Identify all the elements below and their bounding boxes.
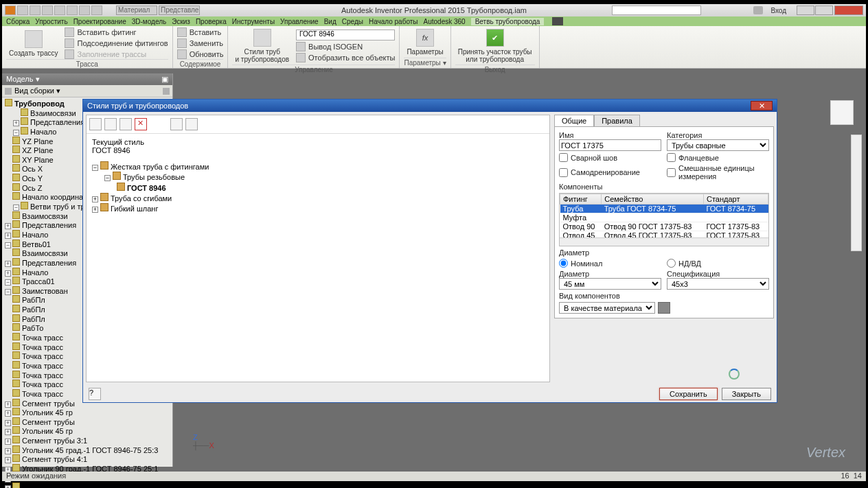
table-row[interactable]: Отвод 90Отвод 90 ГОСТ 17375-83ГОСТ 17375… bbox=[560, 222, 768, 231]
table-header[interactable]: Фитинг bbox=[560, 194, 602, 205]
tb-extra2-icon[interactable] bbox=[185, 118, 198, 130]
tab-environments[interactable]: Среды bbox=[342, 18, 363, 25]
style-tree-item[interactable]: −Трубы резьбовые bbox=[92, 172, 544, 182]
qat-save-icon[interactable] bbox=[42, 5, 53, 15]
diameter-select[interactable]: 45 мм bbox=[559, 278, 661, 290]
insert-fitting-button[interactable]: Вставить фитинг bbox=[65, 27, 168, 37]
filter-icon[interactable] bbox=[5, 88, 12, 95]
table-header[interactable]: Семейство bbox=[602, 194, 704, 205]
tab-rules[interactable]: Правила bbox=[594, 115, 640, 126]
status-bar: Режим ожидания 16 14 bbox=[2, 472, 866, 481]
replace-button[interactable]: Заменить bbox=[177, 38, 224, 48]
odid-radio[interactable] bbox=[667, 259, 676, 268]
window-close-button[interactable] bbox=[834, 5, 863, 15]
finish-button[interactable]: ✔ Принять участок трубы или трубопровода bbox=[455, 27, 535, 65]
view-cube[interactable] bbox=[830, 100, 854, 125]
panel-exit-title: Выход bbox=[455, 65, 535, 73]
table-scrollbar[interactable] bbox=[560, 237, 768, 246]
connect-fittings-button[interactable]: Подсоединение фитингов bbox=[65, 38, 168, 48]
style-tree-item[interactable]: −Жесткая труба с фитингами bbox=[92, 161, 544, 172]
tab-view[interactable]: Вид bbox=[324, 18, 336, 25]
qat-home-icon[interactable] bbox=[79, 5, 90, 15]
tab-3dmodel[interactable]: 3D-модель bbox=[132, 18, 166, 25]
copy-style-icon[interactable] bbox=[119, 118, 132, 130]
category-select[interactable]: Трубы сварные bbox=[667, 139, 769, 151]
tab-tools[interactable]: Инструменты bbox=[232, 18, 275, 25]
axis-triad: Z ┼──X bbox=[193, 433, 214, 450]
window-maximize-button[interactable] bbox=[815, 5, 833, 15]
show-all-button[interactable]: Отобразить все объекты bbox=[296, 53, 395, 62]
style-tree[interactable]: −Жесткая труба с фитингами−Трубы резьбов… bbox=[87, 159, 549, 382]
tree-item[interactable]: +Угольник 45 гр bbox=[2, 426, 172, 436]
dialog-titlebar[interactable]: Стили труб и трубопроводов ✕ bbox=[83, 100, 777, 112]
tb-extra1-icon[interactable] bbox=[170, 118, 183, 130]
find-icon[interactable] bbox=[163, 88, 170, 95]
tab-extra-icon[interactable] bbox=[552, 17, 563, 25]
table-row[interactable]: ТрубаТруба ГОСТ 8734-75ГОСТ 8734-75 bbox=[560, 205, 768, 213]
parameters-button[interactable]: fx Параметры bbox=[404, 27, 446, 57]
material-combo[interactable]: Материал bbox=[116, 5, 157, 15]
tree-item[interactable]: +Сегмент трубы 3:1 bbox=[2, 436, 172, 445]
window-minimize-button[interactable] bbox=[797, 5, 814, 15]
tree-item[interactable]: +Угольник 45 град.-1 ГОСТ 8946-75 25:3 bbox=[2, 445, 172, 455]
tab-manage[interactable]: Управление bbox=[280, 18, 319, 25]
save-button[interactable]: Сохранить bbox=[659, 388, 718, 400]
style-tree-item[interactable]: +Труба со сгибами bbox=[92, 193, 544, 203]
dialog-help-button[interactable]: ? bbox=[89, 388, 101, 400]
new-style-icon[interactable] bbox=[89, 118, 102, 130]
navigation-bar[interactable] bbox=[851, 135, 862, 251]
name-input[interactable] bbox=[559, 139, 661, 151]
close-button[interactable]: Закрыть bbox=[722, 388, 771, 400]
appearance-combo[interactable]: Представлен bbox=[159, 5, 200, 15]
tab-design[interactable]: Проектирование bbox=[73, 18, 126, 25]
pipe-styles-button[interactable]: Стили труб и трубопроводов bbox=[232, 27, 292, 65]
qat-select-icon[interactable] bbox=[91, 5, 102, 15]
components-table[interactable]: ФитингСемействоСтандартТрубаТруба ГОСТ 8… bbox=[559, 193, 769, 246]
table-header[interactable]: Стандарт bbox=[703, 194, 768, 205]
flange-checkbox[interactable] bbox=[667, 153, 676, 162]
tab-sketch[interactable]: Эскиз bbox=[172, 18, 190, 25]
browser-header[interactable]: Модель ▾▣ bbox=[2, 73, 172, 85]
style-tree-item[interactable]: ГОСТ 8946 bbox=[92, 183, 544, 193]
color-swatch[interactable] bbox=[658, 302, 670, 314]
tree-item[interactable]: +Сегмент трубы 4:1 bbox=[2, 454, 172, 464]
table-row[interactable]: Муфта bbox=[560, 213, 768, 222]
insert-button[interactable]: Вставить bbox=[177, 27, 224, 37]
create-route-button[interactable]: Создать трассу bbox=[6, 29, 60, 58]
tab-simplify[interactable]: Упростить bbox=[35, 18, 67, 25]
isogen-button[interactable]: Вывод ISOGEN bbox=[296, 42, 395, 51]
nominal-radio[interactable] bbox=[559, 259, 568, 268]
tree-item[interactable]: +Угольник 45 гр bbox=[2, 408, 172, 417]
qat-redo-icon[interactable] bbox=[67, 5, 78, 15]
weld-checkbox[interactable] bbox=[559, 153, 568, 162]
tree-item[interactable]: +Сегмент трубы bbox=[2, 417, 172, 427]
user-label[interactable]: Вход bbox=[770, 7, 786, 14]
compview-select[interactable]: В качестве материала bbox=[559, 302, 655, 314]
qat-undo-icon[interactable] bbox=[54, 5, 65, 15]
panel-parameters-title[interactable]: Параметры ▾ bbox=[404, 58, 446, 67]
edit-style-icon[interactable] bbox=[104, 118, 117, 130]
app-logo-icon[interactable] bbox=[5, 5, 16, 15]
mixedunits-checkbox[interactable] bbox=[667, 168, 676, 177]
tab-a360[interactable]: Autodesk 360 bbox=[424, 18, 466, 25]
tab-pipe-branch[interactable]: Ветвь трубопровода bbox=[471, 18, 545, 25]
qat-open-icon[interactable] bbox=[30, 5, 41, 15]
search-input[interactable] bbox=[612, 5, 701, 15]
tab-getstarted[interactable]: Начало работы bbox=[369, 18, 418, 25]
user-icon[interactable] bbox=[753, 6, 763, 14]
style-tree-item[interactable]: +Гибкий шланг bbox=[92, 203, 544, 213]
qat-new-icon[interactable] bbox=[17, 5, 28, 15]
tab-assembly[interactable]: Сборка bbox=[6, 18, 30, 25]
tree-item[interactable]: +Угольник 45 град.-1 ГОСТ 8946-75 25:2 bbox=[2, 483, 172, 488]
view-filter-combo[interactable]: Вид сборки ▾ bbox=[14, 86, 60, 95]
tab-inspect[interactable]: Проверка bbox=[196, 18, 227, 25]
style-combo[interactable]: ГОСТ 8946 bbox=[296, 30, 395, 40]
browser-pin-icon[interactable]: ▣ bbox=[161, 75, 168, 84]
delete-style-icon[interactable] bbox=[135, 118, 147, 130]
spec-select[interactable]: 45x3 bbox=[667, 278, 769, 290]
selfdrain-checkbox[interactable] bbox=[559, 168, 568, 177]
refresh-button[interactable]: Обновить bbox=[177, 49, 224, 59]
check-icon: ✔ bbox=[486, 29, 504, 47]
dialog-close-button[interactable]: ✕ bbox=[751, 101, 773, 111]
tab-general[interactable]: Общие bbox=[554, 115, 594, 126]
